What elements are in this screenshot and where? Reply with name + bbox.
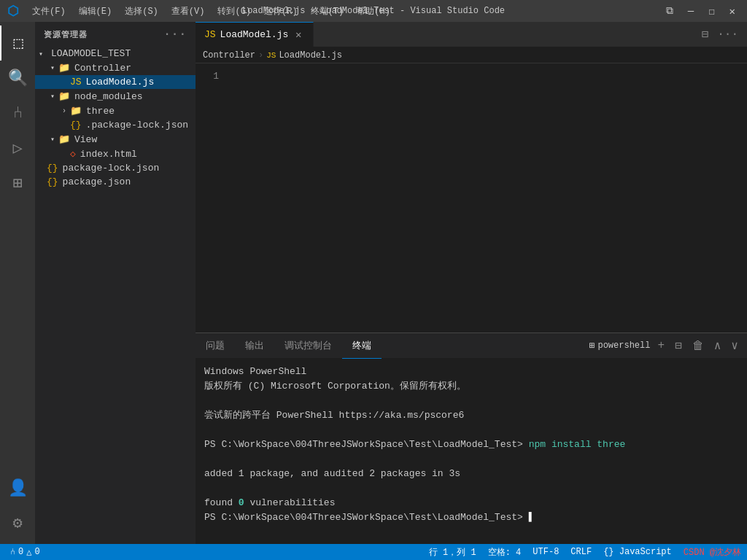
- activity-search-icon[interactable]: 🔍: [0, 61, 35, 96]
- status-eol[interactable]: CRLF: [565, 547, 597, 557]
- terminal-content[interactable]: Windows PowerShell 版权所有 (C) Microsoft Co…: [196, 359, 747, 544]
- folder-icon: 📁: [70, 105, 82, 117]
- menu-item[interactable]: 编辑(E): [73, 4, 118, 19]
- term-line-blank1: [204, 394, 738, 408]
- term-line-prompt2: PS C:\WorkSpace\004ThreeJSWorkSpace\Test…: [204, 510, 738, 525]
- tree-label-package-lock-node: .package-lock.json: [86, 120, 188, 131]
- tree-item-package-lock-node[interactable]: {}.package-lock.json: [35, 118, 196, 132]
- bottom-panel: 问题输出调试控制台终端 ⊞ powershell + ⊟ 🗑 ∧ ∨: [196, 332, 747, 544]
- activity-git-icon[interactable]: ⑃: [0, 96, 35, 131]
- menu-item[interactable]: 选择(S): [119, 4, 164, 19]
- term-line-prompt: PS C:\WorkSpace\004ThreeJSWorkSpace\Test…: [204, 438, 738, 452]
- activity-debug-icon[interactable]: ▷: [0, 131, 35, 166]
- tree-item-packagejson[interactable]: {}package.json: [35, 175, 196, 189]
- layout-button[interactable]: ⧉: [662, 4, 678, 19]
- tree-label-view: View: [74, 134, 97, 145]
- breadcrumb-js-icon: JS: [266, 51, 276, 60]
- title-bar: ⬡ 文件(F)编辑(E)选择(S)查看(V)转到(G)运行(R)终端(T)帮助(…: [0, 0, 747, 22]
- tree-item-node-modules[interactable]: ▾📁node_modules: [35, 89, 196, 104]
- window-controls: ⧉ — ☐ ✕: [662, 4, 740, 19]
- panel-collapse-button[interactable]: ∧: [711, 337, 724, 354]
- status-csdn[interactable]: CSDN @沈夕林: [678, 546, 747, 559]
- editor-content[interactable]: [225, 63, 747, 332]
- tree-item-loadmodeljs[interactable]: JSLoadModel.js: [35, 75, 196, 89]
- powershell-text: powershell: [597, 341, 650, 351]
- tree-label-indexhtml: index.html: [80, 149, 137, 160]
- line-number-1: 1: [196, 69, 219, 83]
- tree-item-view[interactable]: ▾📁View: [35, 132, 196, 147]
- tab-bar: JS LoadModel.js ✕ ⊟ ···: [196, 22, 747, 47]
- git-warnings: 0: [34, 547, 39, 557]
- git-warnings-icon: △: [26, 547, 31, 558]
- tree-item-controller[interactable]: ▾📁Controller: [35, 61, 196, 75]
- status-git[interactable]: ⑃ 0 △ 0: [6, 547, 44, 558]
- editor[interactable]: 1: [196, 63, 747, 332]
- tree-item-loadmodel-test[interactable]: ▾LOADMODEL_TEST: [35, 47, 196, 61]
- term-cursor: ▌: [523, 512, 535, 523]
- js-icon: JS: [70, 77, 82, 88]
- activity-icons-bottom: 👤⚙: [0, 470, 35, 540]
- tab-close-button[interactable]: ✕: [293, 29, 304, 41]
- vuln-count: 0: [239, 497, 244, 508]
- sidebar-header: 资源管理器 ···: [35, 22, 196, 47]
- panel-tab-输出[interactable]: 输出: [235, 333, 274, 359]
- sidebar-more-button[interactable]: ···: [163, 28, 187, 41]
- chevron-view: ▾: [47, 135, 58, 144]
- sidebar-title: 资源管理器: [44, 29, 88, 40]
- folder-icon: 📁: [58, 90, 70, 102]
- term-cmd: npm install three: [523, 439, 625, 450]
- git-icon: ⑃: [10, 547, 15, 557]
- status-spaces[interactable]: 空格: 4: [482, 546, 527, 559]
- sidebar: 资源管理器 ··· ▾LOADMODEL_TEST▾📁ControllerJSL…: [35, 22, 196, 544]
- editor-layout-icons: ⊟ ···: [699, 22, 747, 47]
- more-actions-icon[interactable]: ···: [714, 26, 741, 42]
- panel-tabs: 问题输出调试控制台终端 ⊞ powershell + ⊟ 🗑 ∧ ∨: [196, 333, 747, 359]
- close-button[interactable]: ✕: [725, 4, 740, 19]
- activity-settings-icon[interactable]: ⚙: [0, 505, 35, 540]
- activity-account-icon[interactable]: 👤: [0, 470, 35, 505]
- folder-icon: 📁: [58, 62, 70, 74]
- json-icon: {}: [47, 163, 58, 174]
- panel-tab-终端[interactable]: 终端: [342, 333, 382, 359]
- menu-item[interactable]: 文件(F): [26, 4, 71, 19]
- breadcrumb: Controller › JS LoadModel.js: [196, 47, 747, 63]
- status-line-col[interactable]: 行 1，列 1: [423, 546, 482, 559]
- json-icon: {}: [47, 176, 58, 187]
- term-line-found: found 0 vulnerabilities: [204, 496, 738, 510]
- file-tree: ▾LOADMODEL_TEST▾📁ControllerJSLoadModel.j…: [35, 47, 196, 544]
- term-line-blank2: [204, 423, 738, 438]
- status-encoding[interactable]: UTF-8: [527, 547, 565, 557]
- split-terminal-button[interactable]: ⊟: [672, 337, 685, 354]
- window-title: LoadModel.js - LoadModel_Test - Visual S…: [242, 6, 505, 16]
- panel-tab-问题[interactable]: 问题: [196, 333, 235, 359]
- menu-item[interactable]: 查看(V): [166, 4, 211, 19]
- git-errors: 0: [18, 547, 23, 557]
- tree-label-three: three: [86, 106, 115, 117]
- term-line-1: Windows PowerShell: [204, 365, 738, 379]
- tab-label: LoadModel.js: [220, 29, 289, 40]
- panel-tab-调试控制台[interactable]: 调试控制台: [274, 333, 342, 359]
- term-line-blank3: [204, 452, 738, 467]
- panel-controls: ⊞ powershell + ⊟ 🗑 ∧ ∨: [589, 337, 747, 354]
- activity-explorer-icon[interactable]: ⬚: [0, 26, 35, 61]
- panel-expand-button[interactable]: ∨: [728, 337, 741, 354]
- editor-line-1: [231, 69, 747, 83]
- breadcrumb-controller[interactable]: Controller: [203, 50, 255, 61]
- main-area: ⬚🔍⑃▷⊞ 👤⚙ 资源管理器 ··· ▾LOADMODEL_TEST▾📁Cont…: [0, 22, 747, 544]
- status-language[interactable]: {} JavaScript: [597, 547, 678, 557]
- activity-extensions-icon[interactable]: ⊞: [0, 166, 35, 201]
- tree-label-packagejson: package.json: [63, 176, 131, 187]
- chevron-controller: ▾: [47, 63, 58, 72]
- maximize-button[interactable]: ☐: [704, 4, 719, 19]
- chevron-node-modules: ▾: [47, 92, 58, 101]
- breadcrumb-file[interactable]: LoadModel.js: [279, 50, 341, 61]
- tab-loadmodeljs[interactable]: JS LoadModel.js ✕: [196, 22, 314, 47]
- minimize-button[interactable]: —: [684, 4, 698, 19]
- kill-terminal-button[interactable]: 🗑: [689, 338, 707, 354]
- tree-label-loadmodel-test: LOADMODEL_TEST: [51, 48, 131, 59]
- split-editor-icon[interactable]: ⊟: [699, 26, 712, 43]
- tree-item-three[interactable]: ›📁three: [35, 104, 196, 118]
- tree-item-indexhtml[interactable]: ◇index.html: [35, 147, 196, 161]
- add-terminal-button[interactable]: +: [654, 338, 667, 354]
- tree-item-package-lock[interactable]: {}package-lock.json: [35, 161, 196, 175]
